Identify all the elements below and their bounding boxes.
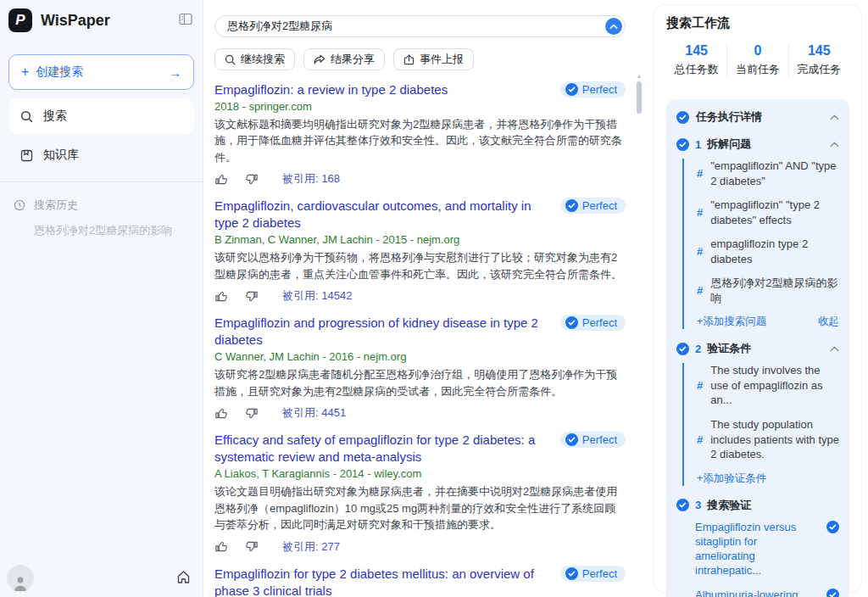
thumbs-up-icon[interactable] xyxy=(214,173,227,186)
search-query-item[interactable]: # "empagliflozin" AND "type 2 diabetes" xyxy=(697,159,839,188)
thumbs-down-icon[interactable] xyxy=(246,173,259,186)
step-body: Empagliflozin versus sitagliptin for ame… xyxy=(682,520,839,597)
results-scrollbar[interactable]: ▲ xyxy=(636,73,643,114)
scrollbar-thumb[interactable] xyxy=(637,81,642,114)
workflow-stats: 145 总任务数 0 当前任务 145 完成任务 xyxy=(666,43,849,77)
chevron-up-icon xyxy=(609,24,618,30)
check-circle-icon xyxy=(826,521,839,533)
clock-icon xyxy=(14,199,25,211)
sidebar-item-search[interactable]: 搜索 xyxy=(8,98,194,134)
task-details-header[interactable]: 任务执行详情 xyxy=(676,109,839,125)
step-header[interactable]: 2 验证条件 xyxy=(676,341,839,356)
result-snippet: 该研究将2型糖尿病患者随机分配至恩格列净治疗组，明确使用了恩格列净作为干预措施，… xyxy=(214,366,626,399)
check-circle-icon xyxy=(826,589,839,597)
cited-by-link[interactable]: 被引用: 14542 xyxy=(282,288,352,304)
upload-icon xyxy=(403,54,415,65)
create-search-button[interactable]: + 创建搜索 → xyxy=(8,54,194,90)
step-body: # The study involves the use of empaglif… xyxy=(682,363,839,485)
badge-label: Perfect xyxy=(582,199,617,212)
chevron-up-icon[interactable] xyxy=(830,142,839,148)
perfect-badge: Perfect xyxy=(560,81,626,98)
badge-label: Perfect xyxy=(582,433,617,446)
result-item: Empagliflozin: a review in type 2 diabet… xyxy=(214,81,626,187)
add-search-question-link[interactable]: +添加搜索问题 xyxy=(697,315,766,329)
cited-by-link[interactable]: 被引用: 168 xyxy=(282,171,340,187)
sidebar-item-knowledge-base[interactable]: 知识库 xyxy=(8,137,194,173)
paper-link-text[interactable]: Albuminuria-lowering effect of adding se… xyxy=(695,588,820,597)
hash-icon: # xyxy=(697,283,703,298)
collapse-search-button[interactable] xyxy=(605,18,622,35)
query-text: 恩格列净对2型糖尿病的影响 xyxy=(710,276,839,305)
cited-by-link[interactable]: 被引用: 277 xyxy=(282,539,340,555)
thumbs-down-icon[interactable] xyxy=(246,540,259,553)
collapse-link[interactable]: 收起 xyxy=(818,315,839,329)
result-title-link[interactable]: Efficacy and safety of empagliflozin for… xyxy=(214,432,548,466)
result-title-link[interactable]: Empagliflozin for type 2 diabetes mellit… xyxy=(214,566,548,597)
report-event-label: 事件上报 xyxy=(420,52,464,67)
badge-label: Perfect xyxy=(582,316,617,329)
hash-icon: # xyxy=(697,432,703,448)
verified-paper-link[interactable]: Empagliflozin versus sitagliptin for ame… xyxy=(695,520,839,578)
search-bar[interactable]: 恩格列净对2型糖尿病 xyxy=(214,15,626,37)
thumbs-up-icon[interactable] xyxy=(214,290,227,303)
history-item[interactable]: 恩格列净对2型糖尿病的影响 xyxy=(0,218,203,243)
verified-paper-link[interactable]: Albuminuria-lowering effect of adding se… xyxy=(695,588,839,597)
share-results-button[interactable]: 结果分享 xyxy=(303,48,385,70)
add-verify-condition-link[interactable]: +添加验证条件 xyxy=(697,471,766,486)
chevron-up-icon[interactable] xyxy=(830,114,839,120)
query-text: "empagliflozin" AND "type 2 diabetes" xyxy=(710,159,839,188)
check-circle-icon xyxy=(676,343,689,355)
scroll-up-arrow[interactable]: ▲ xyxy=(636,73,643,80)
home-icon[interactable] xyxy=(173,566,194,591)
sidebar-item-label: 知识库 xyxy=(43,148,79,163)
result-title-link[interactable]: Empagliflozin and progression of kidney … xyxy=(214,315,548,349)
stat-label: 当前任务 xyxy=(727,62,787,77)
search-query-item[interactable]: # 恩格列净对2型糖尿病的影响 xyxy=(697,276,839,305)
result-item: Efficacy and safety of empagliflozin for… xyxy=(214,432,626,554)
book-icon xyxy=(20,149,33,162)
user-avatar[interactable] xyxy=(7,565,34,592)
paper-link-text[interactable]: Empagliflozin versus sitagliptin for ame… xyxy=(695,520,820,578)
perfect-badge: Perfect xyxy=(560,566,626,582)
badge-label: Perfect xyxy=(582,83,617,96)
sidebar-collapse-icon[interactable] xyxy=(179,13,192,29)
result-meta: C Wanner, JM Lachin - 2016 - nejm.org xyxy=(214,350,626,363)
workflow-panel: 搜索工作流 145 总任务数 0 当前任务 145 完成任务 任务执行详情 1 xyxy=(654,5,861,592)
cited-by-link[interactable]: 被引用: 4451 xyxy=(282,405,346,421)
step-title: 验证条件 xyxy=(707,341,824,356)
result-item: Empagliflozin, cardiovascular outcomes, … xyxy=(214,198,626,304)
verify-condition-item[interactable]: # The study involves the use of empaglif… xyxy=(697,363,839,408)
search-query-item[interactable]: # "empagliflozin" "type 2 diabetes" effe… xyxy=(697,198,839,227)
arrow-right-icon: → xyxy=(169,65,181,80)
thumbs-down-icon[interactable] xyxy=(246,290,259,303)
thumbs-down-icon[interactable] xyxy=(246,407,259,420)
hash-icon: # xyxy=(697,166,703,181)
step-body: # "empagliflozin" AND "type 2 diabetes" … xyxy=(682,159,839,329)
sidebar-item-label: 搜索 xyxy=(43,109,67,124)
verify-condition-item[interactable]: # The study population includes patients… xyxy=(697,417,839,462)
check-circle-icon xyxy=(676,499,689,511)
check-circle-icon xyxy=(676,138,689,151)
sidebar-divider xyxy=(0,181,203,182)
stat-label: 总任务数 xyxy=(666,62,726,77)
perfect-badge: Perfect xyxy=(560,198,626,214)
step-number: 2 xyxy=(695,343,701,355)
step-header[interactable]: 3 搜索验证 xyxy=(676,498,839,513)
report-event-button[interactable]: 事件上报 xyxy=(393,48,474,70)
search-history-label: 搜索历史 xyxy=(34,198,78,213)
task-details-card: 任务执行详情 1 拆解问题 # "empagliflozin" AND "typ… xyxy=(666,99,849,597)
result-title-link[interactable]: Empagliflozin, cardiovascular outcomes, … xyxy=(214,198,548,232)
search-query[interactable]: 恩格列净对2型糖尿病 xyxy=(227,19,596,34)
thumbs-up-icon[interactable] xyxy=(214,407,227,420)
check-circle-icon xyxy=(565,567,578,580)
share-results-label: 结果分享 xyxy=(331,52,375,67)
step-header[interactable]: 1 拆解问题 xyxy=(676,137,839,152)
result-snippet: 该研究以恩格列净为干预药物，将恩格列净与安慰剂进行了比较；研究对象为患有2型糖尿… xyxy=(214,249,626,282)
result-title-link[interactable]: Empagliflozin: a review in type 2 diabet… xyxy=(214,81,548,98)
continue-search-button[interactable]: 继续搜索 xyxy=(214,48,295,70)
person-icon xyxy=(11,573,30,592)
search-query-item[interactable]: # empagliflozin type 2 diabetes xyxy=(697,237,839,266)
hash-icon: # xyxy=(697,244,703,259)
chevron-up-icon[interactable] xyxy=(830,346,839,352)
thumbs-up-icon[interactable] xyxy=(214,540,227,553)
